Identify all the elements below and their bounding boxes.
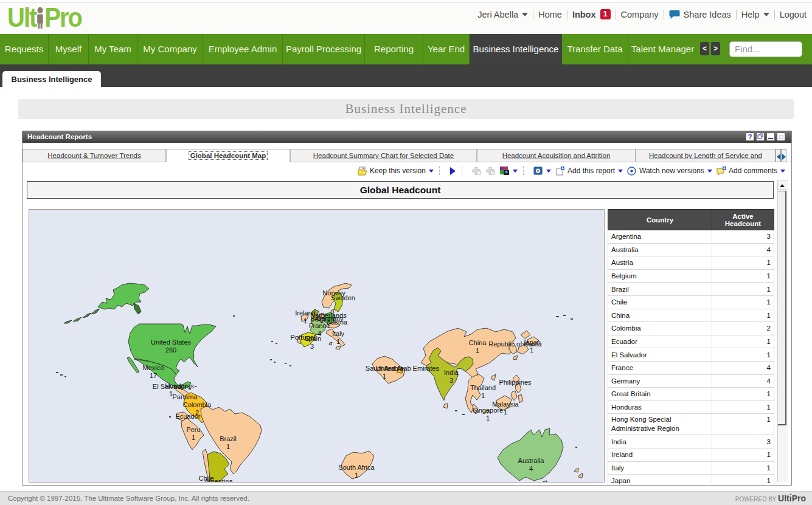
svg-text:India: India <box>444 369 459 376</box>
svg-text:Japan: Japan <box>522 338 541 346</box>
svg-text:1: 1 <box>355 472 358 479</box>
svg-text:United Arab Emirates: United Arab Emirates <box>376 365 439 372</box>
svg-text:1: 1 <box>504 408 507 416</box>
svg-text:China: China <box>469 339 487 346</box>
svg-text:Thailand: Thailand <box>470 384 496 391</box>
svg-text:17: 17 <box>150 372 157 379</box>
svg-text:1: 1 <box>192 434 195 441</box>
svg-text:3: 3 <box>449 377 453 384</box>
svg-text:1: 1 <box>481 392 485 399</box>
svg-text:Sweden: Sweden <box>331 294 355 301</box>
svg-text:Colombia: Colombia <box>183 401 212 408</box>
svg-text:1: 1 <box>304 317 307 325</box>
svg-text:260: 260 <box>165 346 176 354</box>
svg-text:Spain: Spain <box>304 335 321 342</box>
svg-text:4: 4 <box>529 465 533 472</box>
svg-text:Mexico: Mexico <box>143 364 164 371</box>
svg-text:Singapore: Singapore <box>473 407 503 414</box>
svg-text:Ecuador: Ecuador <box>176 413 201 420</box>
svg-text:Austria: Austria <box>327 318 348 326</box>
svg-text:1: 1 <box>476 347 479 354</box>
svg-text:1: 1 <box>486 414 490 422</box>
svg-text:South Africa: South Africa <box>338 464 375 471</box>
svg-text:1: 1 <box>336 338 340 345</box>
svg-text:France: France <box>309 322 330 329</box>
svg-text:Honduras: Honduras <box>165 382 194 390</box>
svg-text:United States: United States <box>151 338 192 346</box>
svg-text:1: 1 <box>530 346 533 354</box>
svg-text:Argentina: Argentina <box>204 478 233 482</box>
svg-text:Peru: Peru <box>186 426 200 433</box>
svg-text:Philippines: Philippines <box>499 379 532 386</box>
svg-text:1: 1 <box>383 373 386 380</box>
svg-text:1: 1 <box>226 443 230 450</box>
svg-text:Australia: Australia <box>518 457 545 464</box>
svg-text:Italy: Italy <box>332 330 345 337</box>
svg-text:Brazil: Brazil <box>220 435 237 442</box>
svg-text:Panama: Panama <box>173 393 198 400</box>
svg-text:3: 3 <box>310 343 314 350</box>
